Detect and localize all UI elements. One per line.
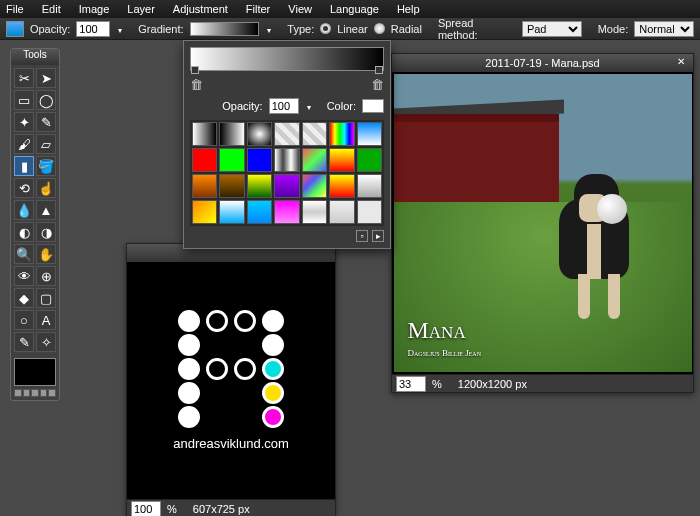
gradient-preset-14[interactable]	[192, 174, 217, 198]
gradient-presets	[190, 120, 384, 226]
gradient-preset-27[interactable]	[357, 200, 382, 224]
menu-file[interactable]: File	[6, 3, 24, 15]
close-icon[interactable]: ✕	[677, 56, 689, 68]
gradient-preview[interactable]	[190, 22, 260, 36]
gradient-preset-16[interactable]	[247, 174, 272, 198]
gradient-ramp[interactable]	[190, 47, 384, 71]
doc-statusbar: % 607x725 px	[127, 499, 335, 516]
tool-marquee[interactable]: ▭	[14, 90, 34, 110]
gradient-preset-0[interactable]	[192, 122, 217, 146]
tool-lasso[interactable]: ◯	[36, 90, 56, 110]
gradient-preset-18[interactable]	[302, 174, 327, 198]
doc-titlebar[interactable]: 2011-07-19 - Mana.psd ✕	[392, 54, 693, 72]
popup-opacity-input[interactable]	[269, 98, 299, 114]
image-caption: Mana	[408, 317, 466, 344]
foreground-color[interactable]	[14, 358, 56, 386]
popup-opacity-label: Opacity:	[222, 100, 262, 112]
tool-blur[interactable]: 💧	[14, 200, 34, 220]
tool-dodge[interactable]: ◐	[14, 222, 34, 242]
document-window-mana: 2011-07-19 - Mana.psd ✕ Mana Dagsljus Bi…	[391, 53, 694, 393]
tool-tool25[interactable]: ✎	[14, 332, 34, 352]
gradient-preset-1[interactable]	[219, 122, 244, 146]
gradient-preset-25[interactable]	[302, 200, 327, 224]
gradient-preset-19[interactable]	[329, 174, 354, 198]
tool-burn[interactable]: ◑	[36, 222, 56, 242]
tool-shape[interactable]: ◆	[14, 288, 34, 308]
tool-zoom[interactable]: 🔍	[14, 244, 34, 264]
tool-type[interactable]: A	[36, 310, 56, 330]
gradient-label: Gradient:	[138, 23, 183, 35]
tool-hand[interactable]: ✋	[36, 244, 56, 264]
tool-swatch[interactable]	[6, 21, 24, 37]
tool-gradient[interactable]: ▮	[14, 156, 34, 176]
tool-brush[interactable]: 🖌	[14, 134, 34, 154]
radio-radial[interactable]	[374, 23, 385, 34]
popup-color-swatch[interactable]	[362, 99, 384, 113]
zoom-input[interactable]	[131, 501, 161, 517]
opacity-label: Opacity:	[30, 23, 70, 35]
menu-adjustment[interactable]: Adjustment	[173, 3, 228, 15]
gradient-preset-23[interactable]	[247, 200, 272, 224]
gradient-preset-3[interactable]	[274, 122, 299, 146]
tool-smudge[interactable]: ☝	[36, 178, 56, 198]
spread-select[interactable]: Pad	[522, 21, 582, 37]
gradient-preset-21[interactable]	[192, 200, 217, 224]
mini-swatches[interactable]	[14, 389, 56, 397]
tool-rect[interactable]: ▢	[36, 288, 56, 308]
gradient-preset-26[interactable]	[329, 200, 354, 224]
tool-ellipse[interactable]: ○	[14, 310, 34, 330]
tool-tool26[interactable]: ✧	[36, 332, 56, 352]
gradient-dropdown[interactable]	[265, 23, 271, 35]
gradient-preset-12[interactable]	[329, 148, 354, 172]
type-label: Type:	[287, 23, 314, 35]
trash-icon[interactable]: 🗑	[190, 77, 203, 92]
radio-linear[interactable]	[320, 23, 331, 34]
gradient-preset-5[interactable]	[329, 122, 354, 146]
image-subcaption: Dagsljus Billie Jean	[408, 348, 482, 358]
menu-help[interactable]: Help	[397, 3, 420, 15]
tool-crop[interactable]: ✂	[14, 68, 34, 88]
menu-filter[interactable]: Filter	[246, 3, 270, 15]
gradient-preset-2[interactable]	[247, 122, 272, 146]
tool-eraser[interactable]: ▱	[36, 134, 56, 154]
menu-edit[interactable]: Edit	[42, 3, 61, 15]
gradient-preset-22[interactable]	[219, 200, 244, 224]
gradient-preset-11[interactable]	[302, 148, 327, 172]
gradient-preset-17[interactable]	[274, 174, 299, 198]
zoom-unit: %	[432, 378, 442, 390]
gradient-preset-4[interactable]	[302, 122, 327, 146]
tool-sharpen[interactable]: ▲	[36, 200, 56, 220]
zoom-input[interactable]	[396, 376, 426, 392]
gradient-preset-6[interactable]	[357, 122, 382, 146]
tool-picker[interactable]: ⊕	[36, 266, 56, 286]
gradient-preset-20[interactable]	[357, 174, 382, 198]
document-window-logo: andreasviklund.com % 607x725 px	[126, 243, 336, 516]
tool-clone[interactable]: ⟲	[14, 178, 34, 198]
doc-title-text: 2011-07-19 - Mana.psd	[485, 57, 599, 69]
tool-pencil[interactable]: ✎	[36, 112, 56, 132]
opacity-dropdown[interactable]	[116, 23, 122, 35]
trash-icon-2[interactable]: 🗑	[371, 77, 384, 92]
menu-image[interactable]: Image	[79, 3, 110, 15]
gradient-preset-9[interactable]	[247, 148, 272, 172]
opacity-input[interactable]	[76, 21, 110, 37]
tool-fill[interactable]: 🪣	[36, 156, 56, 176]
menu-view[interactable]: View	[288, 3, 312, 15]
menu-layer[interactable]: Layer	[127, 3, 155, 15]
tool-move[interactable]: ➤	[36, 68, 56, 88]
gradient-preset-8[interactable]	[219, 148, 244, 172]
gradient-preset-10[interactable]	[274, 148, 299, 172]
gradient-preset-15[interactable]	[219, 174, 244, 198]
gradient-preset-7[interactable]	[192, 148, 217, 172]
zoom-unit: %	[167, 503, 177, 515]
gradient-preset-13[interactable]	[357, 148, 382, 172]
menu-language[interactable]: Language	[330, 3, 379, 15]
tool-eye[interactable]: 👁	[14, 266, 34, 286]
preset-menu-icon[interactable]: ▸	[372, 230, 384, 242]
popup-opacity-dropdown[interactable]	[305, 100, 311, 112]
canvas-content: Mana Dagsljus Billie Jean	[394, 74, 692, 372]
new-preset-icon[interactable]: ▫	[356, 230, 368, 242]
mode-select[interactable]: Normal	[634, 21, 694, 37]
tool-wand[interactable]: ✦	[14, 112, 34, 132]
gradient-preset-24[interactable]	[274, 200, 299, 224]
